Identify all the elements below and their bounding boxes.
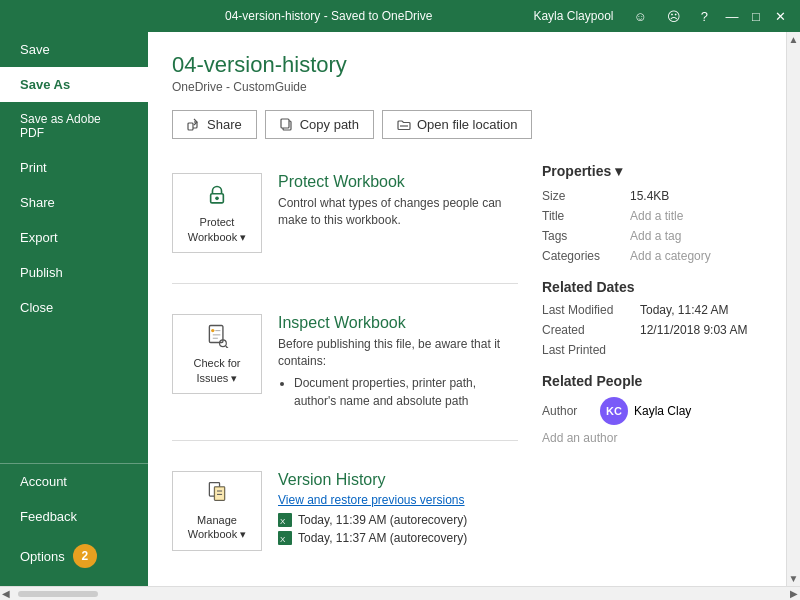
version-icon — [203, 480, 231, 505]
title-bar-right: Kayla Claypool ☺ ☹ ? — □ ✕ — [527, 6, 790, 26]
prop-tags-label: Tags — [542, 229, 622, 243]
prop-categories-value[interactable]: Add a category — [630, 249, 711, 263]
sidebar-item-save[interactable]: Save — [0, 32, 148, 67]
version-section: ManageWorkbook ▾ Version History View an… — [172, 461, 518, 561]
protect-button[interactable]: ProtectWorkbook ▾ — [172, 173, 262, 253]
open-location-button[interactable]: Open file location — [382, 110, 532, 139]
prop-tags-value[interactable]: Add a tag — [630, 229, 681, 243]
inspect-text: Inspect Workbook Before publishing this … — [278, 314, 518, 410]
version-link[interactable]: View and restore previous versions — [278, 493, 518, 507]
inspect-section: Check forIssues ▾ Inspect Workbook Befor… — [172, 304, 518, 420]
version-button[interactable]: ManageWorkbook ▾ — [172, 471, 262, 551]
avatar: KC — [600, 397, 628, 425]
author-row: Author KC Kayla Clay — [542, 397, 762, 425]
help-button[interactable]: ? — [695, 7, 714, 26]
version-text: Version History View and restore previou… — [278, 471, 518, 549]
share-icon — [187, 118, 201, 132]
title-bar: 04-version-history - Saved to OneDrive K… — [0, 0, 800, 32]
prop-title: Title Add a title — [542, 209, 762, 223]
version-entry-1: X Today, 11:39 AM (autorecovery) — [278, 513, 518, 527]
sidebar-item-account[interactable]: Account — [0, 464, 148, 499]
copy-icon — [280, 118, 294, 132]
divider-1 — [172, 283, 518, 284]
close-button[interactable]: ✕ — [770, 6, 790, 26]
sections-left: ProtectWorkbook ▾ Protect Workbook Contr… — [172, 163, 518, 561]
author-info: KC Kayla Clay — [600, 397, 691, 425]
copy-path-button[interactable]: Copy path — [265, 110, 374, 139]
add-author[interactable]: Add an author — [542, 431, 762, 445]
svg-line-7 — [226, 346, 228, 348]
horizontal-scrollbar[interactable]: ◀ ▶ — [0, 586, 800, 600]
prop-size-value: 15.4KB — [630, 189, 669, 203]
sidebar: Save Save As Save as Adobe PDF Print Sha… — [0, 32, 148, 586]
related-people-header: Related People — [542, 373, 762, 389]
properties-header[interactable]: Properties ▾ — [542, 163, 762, 179]
last-printed-row: Last Printed — [542, 343, 762, 357]
inspect-button[interactable]: Check forIssues ▾ — [172, 314, 262, 394]
prop-size-label: Size — [542, 189, 622, 203]
excel-icon-1: X — [278, 513, 292, 527]
sidebar-item-publish[interactable]: Publish — [0, 255, 148, 290]
last-modified-label: Last Modified — [542, 303, 632, 317]
last-modified-value: Today, 11:42 AM — [640, 303, 729, 317]
inspect-icon-label: Check forIssues ▾ — [193, 356, 240, 385]
sad-emoji[interactable]: ☹ — [661, 7, 687, 26]
protect-icon-label: ProtectWorkbook ▾ — [188, 215, 246, 244]
minimize-button[interactable]: — — [722, 6, 742, 26]
prop-title-value[interactable]: Add a title — [630, 209, 683, 223]
protect-text: Protect Workbook Control what types of c… — [278, 173, 518, 229]
related-dates-header: Related Dates — [542, 279, 762, 295]
sidebar-top: Save Save As Save as Adobe PDF Print Sha… — [0, 32, 148, 463]
protect-desc: Control what types of changes people can… — [278, 195, 518, 229]
inspect-icon — [203, 323, 231, 348]
maximize-button[interactable]: □ — [746, 6, 766, 26]
created-label: Created — [542, 323, 632, 337]
sidebar-item-save-adobe[interactable]: Save as Adobe PDF — [0, 102, 148, 150]
sidebar-item-export[interactable]: Export — [0, 220, 148, 255]
svg-rect-2 — [281, 119, 289, 128]
content-area: 04-version-history OneDrive - CustomGuid… — [148, 32, 786, 586]
svg-text:X: X — [280, 535, 286, 544]
svg-point-8 — [211, 329, 214, 332]
svg-point-4 — [215, 197, 219, 201]
inspect-list-item: Document properties, printer path, autho… — [294, 374, 518, 410]
prop-categories-label: Categories — [542, 249, 622, 263]
inspect-list: Document properties, printer path, autho… — [278, 374, 518, 410]
sidebar-item-save-as[interactable]: Save As — [0, 67, 148, 102]
created-value: 12/11/2018 9:03 AM — [640, 323, 747, 337]
author-name: Kayla Clay — [634, 404, 691, 418]
divider-2 — [172, 440, 518, 441]
options-badge: 2 — [73, 544, 97, 568]
sidebar-item-share[interactable]: Share — [0, 185, 148, 220]
sidebar-item-close[interactable]: Close — [0, 290, 148, 325]
svg-rect-14 — [214, 486, 224, 500]
svg-rect-0 — [188, 123, 193, 130]
window-controls: — □ ✕ — [722, 6, 790, 26]
share-button[interactable]: Share — [172, 110, 257, 139]
last-modified-row: Last Modified Today, 11:42 AM — [542, 303, 762, 317]
sidebar-item-options[interactable]: Options 2 — [0, 534, 148, 578]
sidebar-bottom: Account Feedback Options 2 — [0, 463, 148, 586]
last-printed-label: Last Printed — [542, 343, 632, 357]
lock-icon — [203, 182, 231, 207]
prop-size: Size 15.4KB — [542, 189, 762, 203]
version-title: Version History — [278, 471, 518, 489]
scrollbar[interactable]: ▲ ▼ — [786, 32, 800, 586]
inspect-title: Inspect Workbook — [278, 314, 518, 332]
action-buttons: Share Copy path Open file location — [172, 110, 762, 139]
sidebar-item-print[interactable]: Print — [0, 150, 148, 185]
prop-tags: Tags Add a tag — [542, 229, 762, 243]
window-title: 04-version-history - Saved to OneDrive — [130, 9, 527, 23]
created-row: Created 12/11/2018 9:03 AM — [542, 323, 762, 337]
version-icon-label: ManageWorkbook ▾ — [188, 513, 246, 542]
protect-title: Protect Workbook — [278, 173, 518, 191]
happy-emoji[interactable]: ☺ — [627, 7, 652, 26]
prop-categories: Categories Add a category — [542, 249, 762, 263]
prop-title-label: Title — [542, 209, 622, 223]
svg-text:X: X — [280, 517, 286, 526]
excel-icon-2: X — [278, 531, 292, 545]
properties-panel: Properties ▾ Size 15.4KB Title Add a tit… — [542, 163, 762, 561]
inspect-desc: Before publishing this file, be aware th… — [278, 336, 518, 370]
sidebar-item-feedback[interactable]: Feedback — [0, 499, 148, 534]
info-sections: ProtectWorkbook ▾ Protect Workbook Contr… — [172, 163, 762, 561]
